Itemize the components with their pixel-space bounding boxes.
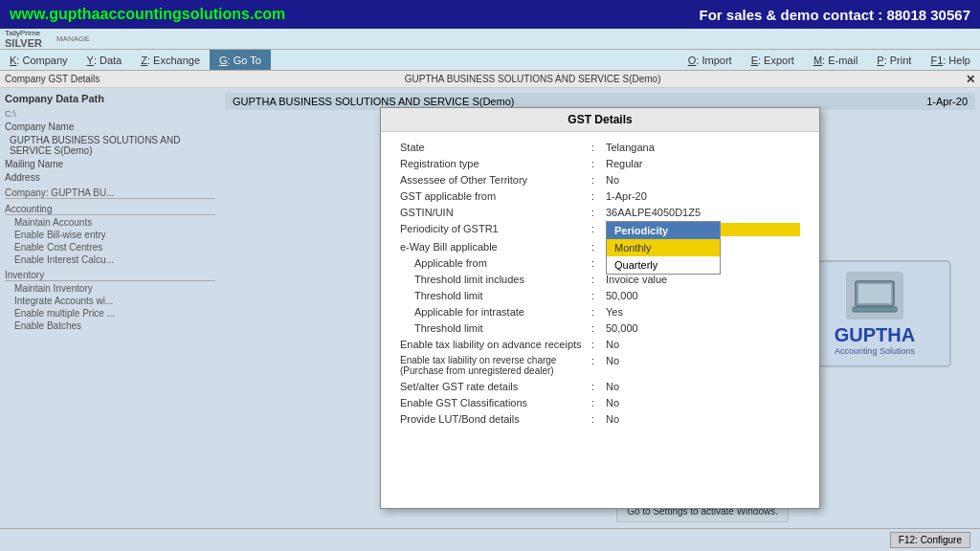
gst-row-state: State : Telangana [400, 142, 800, 153]
threshold2-value: 50,000 [606, 322, 800, 334]
regtype-value: Regular [606, 158, 800, 169]
top-banner: www.gupthaaccountingsolutions.com For sa… [0, 0, 980, 29]
gst-row-tax-advance: Enable tax liability on advance receipts… [400, 339, 800, 350]
sales-text: For sales & demo contact : 88018 30567 [700, 7, 970, 23]
left-panel: Company Data Path C:\ Company Name GUPTH… [0, 88, 220, 551]
manage-label: MANAGE [56, 34, 90, 43]
menu-print[interactable]: P: Print [867, 50, 921, 70]
enable-multiple-price: Enable multiple Price ... [5, 308, 215, 319]
threshold-label: Threshold limit [400, 290, 591, 301]
gst-row-threshold: Threshold limit : 50,000 [400, 290, 800, 301]
gst-row-tax-reverse: Enable tax liability on reverse charge(P… [400, 355, 800, 376]
right-panel: GUPTHA BUSINESS SOLUTIONS AND SERVICE S(… [220, 88, 980, 551]
address-field: Address [5, 172, 215, 183]
threshold2-label: Threshold limit [400, 322, 591, 334]
company-name-field: Company Name [5, 121, 215, 132]
gst-row-gstin: GSTIN/UIN : 36AALPE4050D1Z5 [400, 207, 800, 218]
menu-email[interactable]: M: E-mail [804, 50, 867, 70]
classifications-value: No [606, 397, 800, 408]
tally-brand: TallyPrime SILVER [5, 30, 42, 49]
menu-export[interactable]: E: Export [742, 50, 804, 70]
gst-row-assessee: Assessee of Other Territory : No [400, 174, 800, 186]
close-button[interactable]: ✕ [966, 73, 975, 86]
eway-label: e-Way Bill applicable [400, 241, 591, 253]
mailing-name-label: Mailing Name [5, 159, 81, 169]
gst-row-applicable-from: Applicable from : 1-Apr-20 [400, 257, 800, 269]
integrate-accounts: Integrate Accounts wi... [5, 296, 215, 306]
menu-data[interactable]: Y: Data [78, 50, 132, 70]
modal-title: GST Details [381, 108, 819, 132]
lut-label: Provide LUT/Bond details [400, 413, 591, 425]
gst-applicable-label: GST applicable from [400, 190, 591, 202]
company-data-path-value: C:\ [5, 109, 215, 119]
modal-overlay: GST Details State : Telangana Registrati… [220, 88, 980, 551]
enable-interest: Enable Interest Calcu... [5, 254, 215, 265]
mailing-name-field: Mailing Name [5, 159, 215, 169]
tally-edition: SILVER [5, 37, 42, 49]
alter-value: No [606, 381, 800, 392]
inventory-section: Inventory [5, 270, 215, 281]
gst-row-threshold-includes: Threshold limit includes : Invoice value [400, 274, 800, 285]
periodicity-quarterly[interactable]: Quarterly [607, 256, 720, 274]
threshold-includes-value: Invoice value [606, 274, 800, 285]
gst-row-classifications: Enable GST Classifications : No [400, 397, 800, 408]
menu-company[interactable]: K: Company [0, 50, 78, 70]
enable-cost: Enable Cost Centres [5, 242, 215, 253]
gst-row-threshold2: Threshold limit : 50,000 [400, 322, 800, 334]
assessee-label: Assessee of Other Territory [400, 174, 591, 186]
threshold-includes-label: Threshold limit includes [400, 274, 591, 285]
applicable-from-label: Applicable from [400, 257, 591, 269]
company-name-label: Company Name [5, 121, 81, 132]
state-label: State [400, 142, 591, 153]
state-value: Telangana [606, 142, 800, 153]
gst-row-alter: Set/alter GST rate details : No [400, 381, 800, 392]
periodicity-dropdown-header: Periodicity [607, 222, 720, 239]
gst-row-periodicity: Periodicity of GSTR1 : Monthly Periodici… [400, 223, 800, 236]
classifications-label: Enable GST Classifications [400, 397, 591, 408]
alter-label: Set/alter GST rate details [400, 381, 591, 392]
menu-help[interactable]: F1: Help [921, 50, 980, 70]
intrastate-label: Applicable for intrastate [400, 306, 591, 318]
breadcrumb-center: GUPTHA BUSINESS SOLUTIONS AND SERVICE S(… [100, 74, 966, 84]
intrastate-value: Yes [606, 306, 800, 318]
assessee-value: No [606, 174, 800, 186]
tax-advance-label: Enable tax liability on advance receipts [400, 339, 591, 350]
accounting-section: Accounting [5, 204, 215, 215]
gst-row-applicable: GST applicable from : 1-Apr-20 [400, 190, 800, 202]
periodicity-label: Periodicity of GSTR1 [400, 223, 591, 234]
maintain-inventory: Maintain Inventory [5, 283, 215, 294]
menu-import[interactable]: O: Import [679, 50, 742, 70]
company-section-label: Company: GUPTHA BU... [5, 187, 215, 199]
menu-exchange[interactable]: Z: Exchange [131, 50, 210, 70]
left-panel-title: Company Data Path [5, 93, 215, 104]
gst-row-eway: e-Way Bill applicable : Yes [400, 241, 800, 253]
breadcrumb-bar: Company GST Details GUPTHA BUSINESS SOLU… [0, 71, 980, 88]
address-label: Address [5, 172, 81, 183]
gst-modal: GST Details State : Telangana Registrati… [380, 107, 820, 509]
company-name-value: GUPTHA BUSINESS SOLUTIONS AND SERVICE S(… [5, 135, 215, 156]
enable-batches: Enable Batches [5, 320, 215, 331]
regtype-label: Registration type [400, 158, 591, 169]
gst-row-intrastate: Applicable for intrastate : Yes [400, 306, 800, 318]
gst-row-lut: Provide LUT/Bond details : No [400, 413, 800, 425]
threshold-value: 50,000 [606, 290, 800, 301]
tax-reverse-value: No [606, 355, 800, 366]
main-content: Company Data Path C:\ Company Name GUPTH… [0, 88, 980, 551]
lut-value: No [606, 413, 800, 425]
banner-left: www.gupthaaccountingsolutions.com [0, 0, 490, 29]
banner-right: For sales & demo contact : 88018 30567 [490, 0, 980, 29]
menu-goto[interactable]: G: Go To [210, 50, 271, 70]
tally-header: TallyPrime SILVER MANAGE [0, 29, 980, 50]
tax-reverse-label: Enable tax liability on reverse charge(P… [400, 355, 591, 376]
gst-applicable-value: 1-Apr-20 [606, 190, 800, 202]
gst-row-regtype: Registration type : Regular [400, 158, 800, 169]
maintain-accounts: Maintain Accounts [5, 217, 215, 228]
periodicity-monthly[interactable]: Monthly [607, 239, 720, 256]
tally-prime-text: TallyPrime [5, 30, 42, 37]
tax-advance-value: No [606, 339, 800, 350]
gstin-label: GSTIN/UIN [400, 207, 591, 218]
website-link[interactable]: www.gupthaaccountingsolutions.com [10, 6, 285, 23]
gstin-value: 36AALPE4050D1Z5 [606, 207, 800, 218]
breadcrumb-text: Company GST Details [5, 74, 100, 84]
modal-body: State : Telangana Registration type : Re… [381, 132, 819, 439]
